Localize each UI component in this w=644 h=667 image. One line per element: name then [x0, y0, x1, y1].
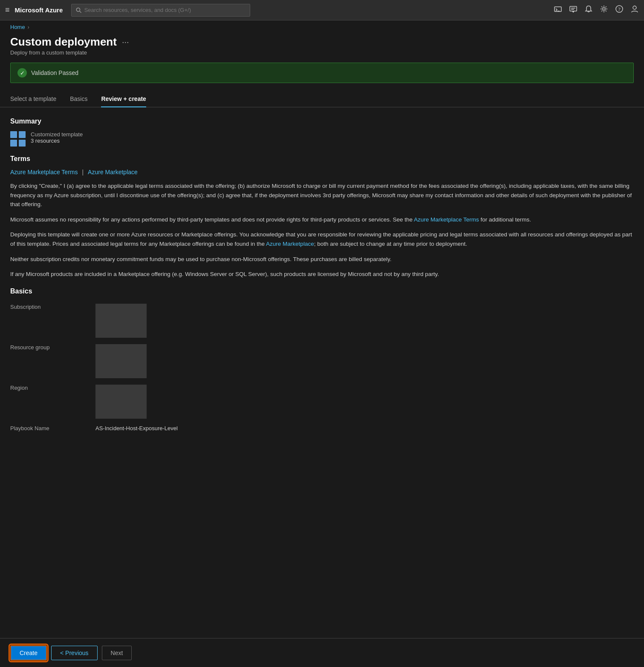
hamburger-icon[interactable]: ≡	[5, 6, 10, 14]
validation-banner: ✓ Validation Passed	[10, 63, 634, 83]
terms-section: Terms Azure Marketplace Terms | Azure Ma…	[10, 155, 634, 279]
basics-row-resource-group: Resource group	[10, 342, 309, 382]
terms-paragraph3-link[interactable]: Azure Marketplace	[266, 241, 314, 247]
top-navigation: ≡ Microsoft Azure	[0, 0, 644, 20]
basics-value-region	[95, 385, 147, 420]
validation-check-icon: ✓	[17, 68, 27, 78]
svg-rect-15	[19, 140, 26, 147]
terms-paragraph-5: If any Microsoft products are included i…	[10, 270, 634, 279]
terms-paragraph-3: Deploying this template will create one …	[10, 230, 634, 248]
svg-text:?: ?	[618, 6, 621, 12]
basics-label-region: Region	[10, 385, 95, 391]
basics-label-subscription: Subscription	[10, 304, 95, 310]
notifications-icon[interactable]	[584, 5, 593, 15]
basics-table: Subscription Resource group Region Playb…	[10, 301, 309, 434]
breadcrumb-separator: ›	[28, 24, 29, 30]
basics-value-subscription	[95, 304, 147, 339]
svg-rect-13	[19, 131, 26, 138]
svg-line-1	[80, 11, 81, 13]
basics-label-resource-group: Resource group	[10, 344, 95, 351]
wizard-tabs: Select a template Basics Review + create	[0, 92, 644, 107]
redacted-resource-group	[95, 344, 147, 378]
page-title: Custom deployment	[10, 35, 117, 49]
svg-marker-5	[572, 11, 575, 13]
brand-name: Microsoft Azure	[15, 6, 63, 14]
profile-icon[interactable]	[630, 5, 639, 15]
tab-select-template[interactable]: Select a template	[10, 92, 56, 107]
help-icon[interactable]: ?	[615, 5, 624, 15]
page-header: Custom deployment ··· Deploy from a cust…	[0, 34, 644, 63]
search-icon	[76, 7, 81, 13]
validation-text: Validation Passed	[31, 69, 78, 76]
terms-paragraph-4: Neither subscription credits nor monetar…	[10, 255, 634, 264]
tab-review-create[interactable]: Review + create	[101, 92, 146, 107]
terms-title: Terms	[10, 155, 634, 163]
template-icon	[10, 131, 26, 147]
terms-divider: |	[82, 169, 84, 175]
basics-label-playbook-name: Playbook Name	[10, 425, 95, 431]
basics-row-region: Region	[10, 382, 309, 423]
previous-button[interactable]: < Previous	[51, 646, 98, 660]
svg-rect-14	[10, 140, 17, 147]
search-bar[interactable]	[71, 4, 250, 17]
more-options-icon[interactable]: ···	[122, 37, 129, 47]
redacted-region	[95, 385, 147, 419]
search-input[interactable]	[84, 7, 246, 13]
svg-point-8	[603, 8, 605, 10]
basics-value-playbook-name: AS-Incident-Host-Exposure-Level	[95, 425, 178, 431]
bottom-bar: Create < Previous Next	[0, 638, 644, 667]
basics-row-playbook-name: Playbook Name AS-Incident-Host-Exposure-…	[10, 423, 309, 434]
azure-marketplace-link[interactable]: Azure Marketplace	[88, 169, 138, 175]
resources-count: 3 resources	[31, 138, 83, 144]
svg-rect-12	[10, 131, 17, 138]
feedback-icon[interactable]	[569, 5, 578, 15]
basics-row-subscription: Subscription	[10, 301, 309, 342]
terms-paragraph-1: By clicking "Create," I (a) agree to the…	[10, 181, 634, 209]
summary-title: Summary	[10, 118, 634, 125]
svg-rect-4	[570, 6, 577, 11]
summary-section: Summary Customized template 3 resources	[10, 118, 634, 147]
settings-icon[interactable]	[600, 5, 608, 15]
summary-item: Customized template 3 resources	[10, 131, 634, 147]
breadcrumb-home[interactable]: Home	[10, 24, 25, 30]
terms-paragraph2-link[interactable]: Azure Marketplace Terms	[414, 216, 479, 223]
topnav-icons: ?	[554, 5, 639, 15]
page-subtitle: Deploy from a custom template	[10, 49, 634, 56]
next-button[interactable]: Next	[102, 646, 132, 660]
tab-basics[interactable]: Basics	[70, 92, 87, 107]
main-content: Summary Customized template 3 resources …	[0, 118, 644, 468]
basics-title: Basics	[10, 288, 634, 295]
template-name: Customized template	[31, 131, 83, 138]
redacted-subscription	[95, 304, 147, 338]
create-button[interactable]: Create	[10, 645, 47, 661]
summary-text: Customized template 3 resources	[31, 131, 83, 144]
basics-section: Basics Subscription Resource group Regio…	[10, 288, 634, 434]
terms-links: Azure Marketplace Terms | Azure Marketpl…	[10, 169, 634, 175]
breadcrumb: Home ›	[0, 20, 644, 34]
azure-marketplace-terms-link[interactable]: Azure Marketplace Terms	[10, 169, 78, 175]
terms-body: By clicking "Create," I (a) agree to the…	[10, 181, 634, 279]
terms-paragraph-2: Microsoft assumes no responsibility for …	[10, 215, 634, 224]
cloud-shell-icon[interactable]	[554, 5, 562, 15]
basics-value-resource-group	[95, 344, 147, 380]
svg-point-11	[633, 6, 636, 9]
svg-point-0	[77, 8, 80, 11]
